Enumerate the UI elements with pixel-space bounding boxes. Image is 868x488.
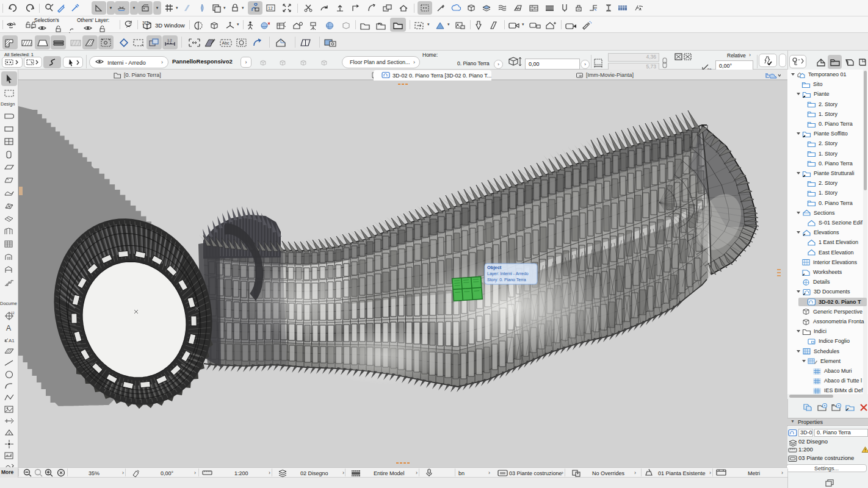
svg-text:Abc: Abc (222, 41, 230, 45)
svg-text:12: 12 (268, 6, 273, 10)
svg-text:A: A (6, 324, 11, 332)
svg-text:A1: A1 (9, 338, 15, 343)
svg-text:3D: 3D (142, 21, 148, 25)
svg-text:1.2: 1.2 (167, 38, 172, 42)
svg-text:Object: Object (487, 265, 502, 270)
svg-text:Layer: Interni - Arredo: Layer: Interni - Arredo (487, 271, 529, 276)
svg-text:Story: 0. Piano Terra: Story: 0. Piano Terra (487, 278, 526, 282)
svg-text:12: 12 (11, 311, 15, 315)
